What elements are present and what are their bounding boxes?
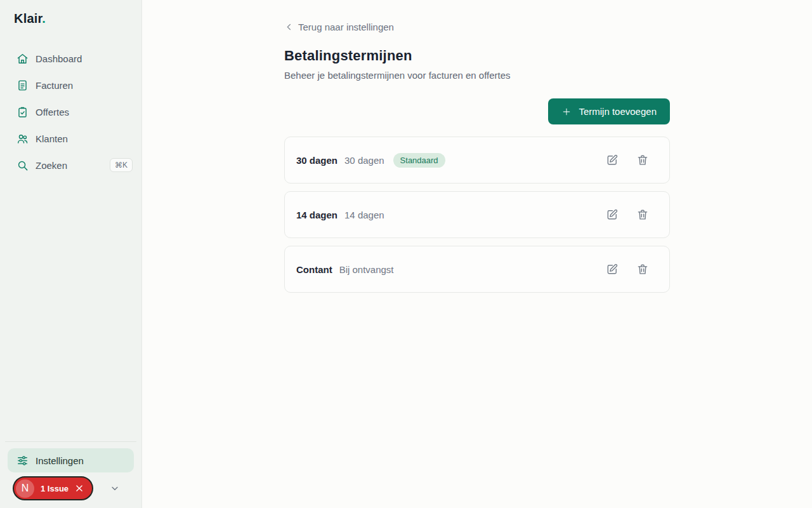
chevron-left-icon: [284, 22, 294, 32]
toolbar: Termijn toevoegen: [284, 98, 670, 124]
sidebar-nav: Dashboard Facturen Offertes Klanten Zoek…: [0, 45, 141, 178]
search-shortcut-badge: ⌘K: [110, 158, 133, 172]
content-column: Terug naar instellingen Betalingstermijn…: [284, 0, 670, 293]
invoice-icon: [16, 79, 29, 91]
sidebar: Klair. Dashboard Facturen Offertes Klant…: [0, 0, 142, 508]
term-list: 30 dagen 30 dagen Standaard 14 dagen: [284, 137, 670, 293]
term-name: 14 dagen: [296, 210, 337, 220]
term-card: 14 dagen 14 dagen: [284, 191, 670, 238]
sidebar-item-facturen[interactable]: Facturen: [0, 72, 141, 98]
edit-button[interactable]: [606, 154, 619, 166]
search-icon: [16, 159, 29, 171]
people-icon: [16, 133, 29, 145]
term-name: Contant: [296, 264, 332, 275]
sidebar-item-label: Instellingen: [36, 455, 84, 466]
sidebar-item-label: Klanten: [36, 133, 68, 144]
term-actions: [606, 263, 649, 276]
sidebar-item-offertes[interactable]: Offertes: [0, 98, 141, 125]
add-term-button[interactable]: Termijn toevoegen: [548, 98, 670, 124]
page-title: Betalingstermijnen: [284, 48, 670, 64]
quote-check-icon: [16, 106, 29, 118]
issue-badge[interactable]: N 1 Issue: [13, 476, 93, 500]
logo-dot: .: [42, 11, 46, 25]
logo-text: Klair: [14, 11, 42, 25]
term-name: 30 dagen: [296, 155, 337, 166]
term-actions: [606, 154, 649, 166]
page-subtitle: Beheer je betalingstermijnen voor factur…: [284, 70, 670, 81]
sidebar-item-label: Zoeken: [36, 160, 67, 171]
sidebar-item-klanten[interactable]: Klanten: [0, 125, 141, 152]
term-card: 30 dagen 30 dagen Standaard: [284, 137, 670, 184]
avatar: N: [16, 479, 34, 498]
app-logo: Klair.: [0, 0, 141, 31]
delete-button[interactable]: [636, 263, 649, 276]
chevron-down-icon[interactable]: [110, 483, 120, 493]
add-term-button-label: Termijn toevoegen: [579, 106, 657, 117]
sidebar-item-label: Offertes: [36, 107, 69, 117]
delete-button[interactable]: [636, 208, 649, 221]
sidebar-item-zoeken[interactable]: Zoeken ⌘K: [0, 152, 141, 178]
delete-button[interactable]: [636, 154, 649, 166]
sliders-icon: [16, 455, 29, 467]
sidebar-item-label: Dashboard: [36, 53, 82, 64]
sidebar-divider: [5, 441, 136, 442]
status-badge: Standaard: [393, 153, 445, 168]
edit-button[interactable]: [606, 263, 619, 276]
term-card: Contant Bij ontvangst: [284, 246, 670, 293]
term-description: 14 dagen: [344, 210, 384, 220]
term-description: 30 dagen: [344, 155, 384, 166]
sidebar-item-dashboard[interactable]: Dashboard: [0, 45, 141, 72]
sidebar-item-label: Facturen: [36, 80, 73, 91]
sidebar-item-instellingen[interactable]: Instellingen: [8, 448, 134, 472]
main-area: Terug naar instellingen Betalingstermijn…: [142, 0, 812, 508]
home-icon: [16, 53, 29, 65]
close-icon[interactable]: [75, 484, 84, 493]
back-link[interactable]: Terug naar instellingen: [284, 22, 394, 32]
back-link-label: Terug naar instellingen: [298, 22, 394, 32]
term-actions: [606, 208, 649, 221]
issue-count-label: 1 Issue: [41, 484, 69, 493]
issue-row: N 1 Issue: [13, 476, 134, 500]
edit-button[interactable]: [606, 208, 619, 221]
term-description: Bij ontvangst: [339, 264, 394, 275]
plus-icon: [561, 107, 572, 117]
sidebar-bottom: Instellingen N 1 Issue: [0, 441, 141, 508]
